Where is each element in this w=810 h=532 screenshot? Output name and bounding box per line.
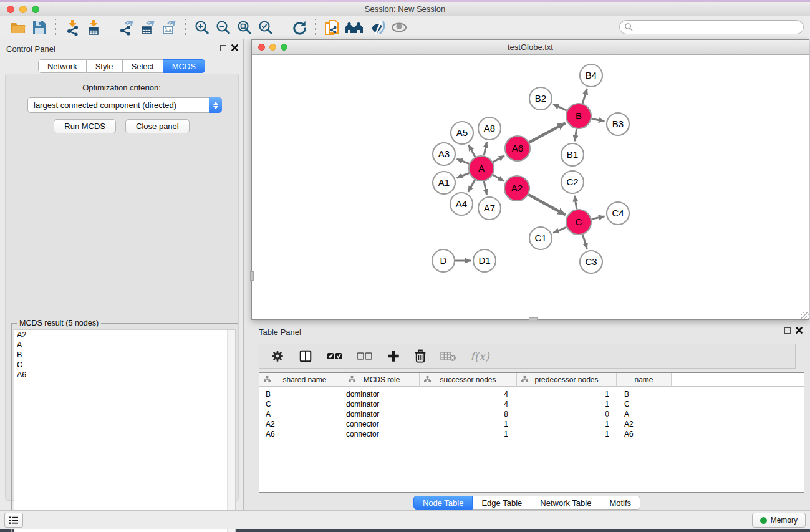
network-window-titlebar[interactable]: testGlobe.txt bbox=[252, 40, 809, 55]
graph-edge[interactable] bbox=[484, 181, 486, 195]
graph-edge[interactable] bbox=[493, 156, 504, 162]
tab-select[interactable]: Select bbox=[123, 59, 163, 73]
cell-mcds-role[interactable]: dominator bbox=[344, 410, 420, 418]
cell-name[interactable]: B bbox=[617, 390, 672, 399]
cell-mcds-role[interactable]: connector bbox=[344, 420, 420, 428]
memory-button[interactable]: Memory bbox=[752, 513, 806, 528]
graph-node-A2[interactable]: A2 bbox=[504, 176, 529, 201]
graph-edge[interactable] bbox=[592, 216, 605, 220]
open-session-icon[interactable] bbox=[7, 18, 29, 37]
tab-network-table[interactable]: Network Table bbox=[531, 496, 600, 510]
graph-node-B[interactable]: B bbox=[566, 104, 591, 128]
graph-edge[interactable] bbox=[484, 142, 486, 156]
cell-successor-nodes[interactable]: 1 bbox=[420, 420, 517, 428]
graph-node-A1[interactable]: A1 bbox=[433, 172, 455, 194]
search-input[interactable] bbox=[634, 23, 803, 32]
zoom-in-icon[interactable] bbox=[191, 18, 213, 37]
column-header-successor-nodes[interactable]: successor nodes bbox=[420, 373, 517, 387]
cell-name[interactable]: A2 bbox=[617, 420, 672, 428]
export-table-icon[interactable] bbox=[137, 18, 158, 37]
graph-node-C4[interactable]: C4 bbox=[607, 202, 629, 225]
cell-mcds-role[interactable]: connector bbox=[344, 430, 420, 438]
horizontal-scroll-thumb[interactable] bbox=[529, 317, 538, 321]
close-table-panel-icon[interactable] bbox=[796, 327, 803, 334]
cell-shared-name[interactable]: A2 bbox=[259, 420, 344, 428]
tab-node-table[interactable]: Node Table bbox=[413, 496, 473, 510]
table-row[interactable]: C dominator 4 1 C bbox=[259, 399, 804, 409]
float-panel-icon[interactable] bbox=[220, 45, 226, 51]
zoom-selected-icon[interactable] bbox=[255, 18, 276, 37]
graph-edge[interactable] bbox=[493, 175, 504, 181]
table-row[interactable]: A2 connector 1 1 A2 bbox=[259, 419, 804, 429]
graph-edge[interactable] bbox=[457, 159, 470, 164]
graph-edge[interactable] bbox=[574, 196, 576, 210]
graph-node-B4[interactable]: B4 bbox=[580, 64, 602, 87]
first-neighbors-icon[interactable] bbox=[342, 18, 367, 37]
graph-node-B3[interactable]: B3 bbox=[607, 113, 629, 135]
tab-network[interactable]: Network bbox=[38, 59, 87, 73]
graph-node-D[interactable]: D bbox=[432, 249, 455, 272]
column-header-mcds-role[interactable]: MCDS role bbox=[344, 373, 420, 387]
graph-node-A4[interactable]: A4 bbox=[450, 193, 473, 215]
run-mcds-button[interactable]: Run MCDS bbox=[54, 119, 116, 133]
deselect-all-rows-icon[interactable] bbox=[357, 351, 373, 361]
cell-predecessor-nodes[interactable]: 1 bbox=[517, 400, 617, 409]
import-table-icon[interactable] bbox=[83, 18, 104, 37]
graph-edge[interactable] bbox=[553, 104, 567, 110]
cell-name[interactable]: A bbox=[617, 410, 672, 418]
export-network-icon[interactable] bbox=[116, 18, 137, 37]
graph-node-C2[interactable]: C2 bbox=[561, 171, 584, 193]
cell-predecessor-nodes[interactable]: 1 bbox=[517, 420, 617, 428]
graph-node-A3[interactable]: A3 bbox=[433, 143, 455, 165]
table-row[interactable]: A6 connector 1 1 A6 bbox=[259, 429, 804, 439]
show-column-icon[interactable] bbox=[298, 349, 313, 363]
list-item[interactable]: A2 bbox=[14, 330, 235, 340]
graph-edge[interactable] bbox=[553, 227, 567, 233]
graph-node-B2[interactable]: B2 bbox=[529, 87, 552, 110]
cell-mcds-role[interactable]: dominator bbox=[344, 390, 420, 399]
network-canvas[interactable]: B4 B2 B B3 A8 A5 A6 A3 B1 A C2 A1 A2 bbox=[252, 55, 809, 319]
select-all-rows-icon[interactable] bbox=[327, 351, 343, 361]
show-all-icon[interactable] bbox=[388, 18, 410, 37]
zoom-out-icon[interactable] bbox=[213, 18, 234, 37]
graph-edge[interactable] bbox=[592, 118, 605, 121]
graph-edge[interactable] bbox=[469, 145, 476, 157]
column-header-predecessor-nodes[interactable]: predecessor nodes bbox=[517, 373, 617, 387]
cell-name[interactable]: C bbox=[617, 400, 672, 409]
graph-node-A8[interactable]: A8 bbox=[478, 117, 501, 140]
tab-mcds[interactable]: MCDS bbox=[163, 59, 205, 73]
graph-edge[interactable] bbox=[582, 235, 587, 249]
graph-edge[interactable] bbox=[528, 195, 566, 215]
criterion-dropdown[interactable]: largest connected component (directed) bbox=[27, 97, 222, 113]
delete-column-icon[interactable] bbox=[414, 349, 427, 363]
refresh-icon[interactable] bbox=[288, 18, 309, 37]
graph-node-C3[interactable]: C3 bbox=[580, 251, 602, 273]
hide-selected-icon[interactable] bbox=[367, 18, 388, 37]
cell-shared-name[interactable]: A bbox=[259, 410, 344, 418]
cell-successor-nodes[interactable]: 4 bbox=[420, 390, 517, 399]
export-image-icon[interactable] bbox=[158, 18, 180, 37]
cell-predecessor-nodes[interactable]: 0 bbox=[517, 410, 617, 418]
cell-successor-nodes[interactable]: 4 bbox=[420, 400, 517, 409]
cell-mcds-role[interactable]: dominator bbox=[344, 400, 420, 409]
graph-edge[interactable] bbox=[582, 89, 587, 104]
column-header-name[interactable]: name bbox=[617, 373, 672, 387]
toolbar-search[interactable] bbox=[619, 20, 804, 34]
cell-successor-nodes[interactable]: 8 bbox=[420, 410, 517, 418]
duplicate-network-icon[interactable] bbox=[321, 18, 342, 37]
tab-style[interactable]: Style bbox=[87, 59, 123, 73]
tab-edge-table[interactable]: Edge Table bbox=[473, 496, 531, 510]
resize-grip[interactable] bbox=[801, 312, 809, 319]
graph-node-A5[interactable]: A5 bbox=[451, 122, 473, 144]
close-panel-button[interactable]: Close panel bbox=[125, 119, 190, 133]
graph-node-C1[interactable]: C1 bbox=[529, 227, 552, 249]
vertical-scroll-thumb[interactable] bbox=[250, 271, 254, 281]
table-row[interactable]: A dominator 8 0 A bbox=[259, 409, 804, 419]
list-item[interactable]: A6 bbox=[14, 370, 235, 380]
cell-name[interactable]: A6 bbox=[617, 430, 672, 438]
column-header-shared-name[interactable]: shared name bbox=[259, 373, 344, 387]
cell-predecessor-nodes[interactable]: 1 bbox=[517, 390, 617, 399]
table-options-gear-icon[interactable] bbox=[271, 349, 284, 363]
show-panels-button[interactable] bbox=[4, 513, 23, 528]
graph-node-A6[interactable]: A6 bbox=[505, 136, 530, 161]
